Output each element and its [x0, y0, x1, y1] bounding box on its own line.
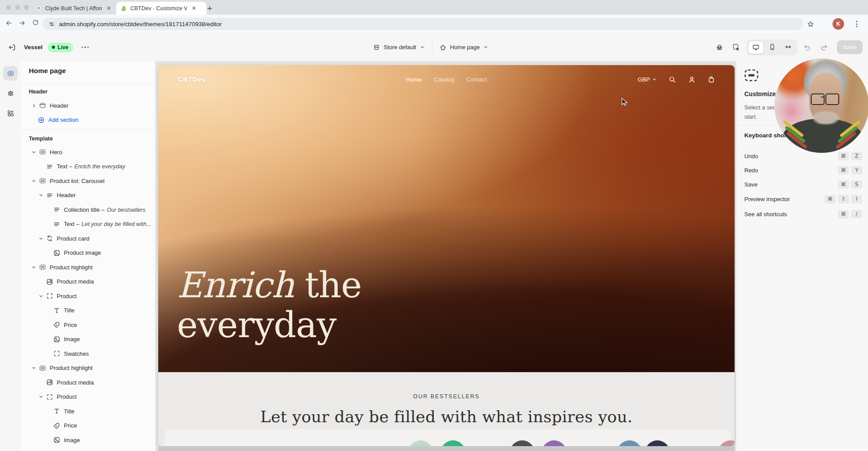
address-bar[interactable]: admin.shopify.com/store/cbtdev/themes/18…: [43, 18, 803, 30]
close-tab-icon[interactable]: ✕: [191, 4, 197, 12]
layer-row-product-highlight[interactable]: Product highlight: [21, 260, 155, 275]
storefront-logo[interactable]: CBTDev: [178, 75, 206, 83]
window-controls[interactable]: [6, 5, 29, 10]
layer-row-product-list[interactable]: Product list: Carousel: [21, 174, 155, 188]
chevron-down-icon: [652, 77, 657, 82]
price-tag-icon: [53, 321, 60, 328]
tab-favicon: [35, 5, 42, 12]
theme-more-menu[interactable]: [78, 41, 92, 54]
layer-row-product-media[interactable]: Product media: [21, 275, 155, 289]
layer-row-product-media[interactable]: Product media: [21, 375, 155, 390]
layer-row-swatches[interactable]: Swatches: [21, 346, 155, 361]
currency-selector[interactable]: GBP: [638, 76, 657, 83]
layer-row-title[interactable]: Title: [21, 404, 155, 419]
brackets-icon: [46, 393, 53, 400]
url-text: admin.shopify.com/store/cbtdev/themes/18…: [59, 21, 222, 27]
layer-row-header[interactable]: Header: [21, 98, 155, 113]
save-button[interactable]: Save: [837, 40, 863, 54]
zoom-window-icon[interactable]: [24, 5, 29, 10]
redo-button[interactable]: [817, 41, 831, 54]
desktop-preview-button[interactable]: [748, 41, 764, 54]
cart-bag-icon[interactable]: [708, 76, 715, 83]
layer-row-price[interactable]: Price: [21, 419, 155, 433]
chevron-right-icon[interactable]: [31, 103, 37, 108]
layer-row-text[interactable]: Text –Let your day be filled with...: [21, 217, 155, 232]
glasses-right-lens: [825, 93, 839, 105]
bookmark-star-icon[interactable]: [805, 19, 816, 29]
section-inspector-button[interactable]: [730, 41, 743, 54]
reload-button[interactable]: [32, 19, 41, 28]
layer-row-product-image[interactable]: Product image: [21, 246, 155, 260]
price-tag-icon: [53, 422, 60, 429]
minimize-window-icon[interactable]: [15, 5, 20, 10]
chevron-down-icon[interactable]: [31, 265, 37, 270]
live-dot: [52, 46, 55, 49]
chevron-down-icon[interactable]: [38, 294, 44, 299]
text-block-icon: [46, 192, 53, 199]
layer-row-header-block[interactable]: Header: [21, 188, 155, 203]
chevron-down-icon[interactable]: [31, 150, 37, 155]
theme-settings-button[interactable]: [3, 86, 18, 101]
shortcut-row-save: Save ⌘S: [736, 179, 868, 190]
new-tab-button[interactable]: [205, 4, 215, 13]
chevron-down-icon[interactable]: [38, 193, 44, 198]
app-window: Clyde Built Tech | Affordable ✕ CBTDev ·…: [0, 0, 868, 451]
preview-scroll-track[interactable]: [158, 446, 735, 451]
key-cap: I: [851, 195, 862, 203]
store-context-selector[interactable]: Store default: [373, 44, 425, 51]
preview-incognito-button[interactable]: [713, 41, 726, 54]
search-icon[interactable]: [669, 76, 676, 83]
browser-tab-active[interactable]: CBTDev · Customize Vessel ✕: [116, 2, 207, 15]
page-selector[interactable]: Home page: [439, 44, 488, 51]
layer-row-product[interactable]: Product: [21, 390, 155, 404]
plus-circle-icon: [38, 117, 45, 124]
layer-row-image[interactable]: Image: [21, 332, 155, 347]
template-layer-tree: Hero Text –Enrich the everyday Product l…: [21, 145, 155, 447]
layer-row-title[interactable]: Title: [21, 303, 155, 318]
layer-row-image[interactable]: Image: [21, 433, 155, 447]
shortcut-row-undo: Undo ⌘Z: [736, 150, 868, 162]
chevron-down-icon[interactable]: [31, 179, 37, 183]
undo-button[interactable]: [801, 41, 814, 54]
back-button[interactable]: [5, 19, 14, 28]
chevron-down-icon[interactable]: [31, 365, 37, 370]
key-cap: ⇧: [838, 195, 849, 203]
sidebar-page-title: Home page: [29, 67, 66, 75]
tab-title: Clyde Built Tech | Affordable: [45, 5, 102, 12]
fullscreen-preview-button[interactable]: [781, 41, 796, 53]
text-block-icon: [53, 206, 60, 213]
add-section-button[interactable]: Add section: [21, 113, 155, 128]
close-tab-icon[interactable]: ✕: [106, 4, 112, 12]
divider: [432, 42, 432, 53]
mobile-preview-button[interactable]: [765, 41, 780, 53]
layer-row-product-card[interactable]: Product card: [21, 231, 155, 246]
site-settings-icon[interactable]: [48, 21, 55, 27]
layer-row-collection-title[interactable]: Collection title –Our bestsellers: [21, 202, 155, 217]
layer-row-product[interactable]: Product: [21, 289, 155, 303]
cycle-icon: [46, 235, 53, 242]
layer-row-hero[interactable]: Hero: [21, 145, 155, 159]
close-window-icon[interactable]: [6, 5, 11, 10]
nav-link-catalog[interactable]: Catalog: [434, 76, 454, 83]
browser-tab-inactive[interactable]: Clyde Built Tech | Affordable ✕: [31, 2, 121, 15]
nav-link-home[interactable]: Home: [406, 76, 422, 83]
image-icon: [53, 436, 60, 443]
app-embeds-button[interactable]: [3, 106, 18, 121]
text-block-icon: [46, 163, 53, 170]
browser-profile-avatar[interactable]: K: [833, 18, 844, 30]
layer-row-text[interactable]: Text –Enrich the everyday: [21, 159, 155, 174]
chevron-down-icon[interactable]: [38, 236, 44, 241]
key-cap: S: [851, 180, 862, 189]
key-cap: ⌘: [838, 166, 849, 175]
account-icon[interactable]: [688, 76, 696, 83]
nav-link-contact[interactable]: Contact: [466, 76, 487, 83]
section-icon: [39, 177, 46, 184]
layer-row-price[interactable]: Price: [21, 318, 155, 332]
forward-button[interactable]: [19, 19, 27, 28]
sections-panel-button[interactable]: [3, 66, 18, 81]
chevron-down-icon[interactable]: [38, 394, 44, 399]
browser-menu-icon[interactable]: [851, 19, 862, 29]
exit-editor-button[interactable]: [5, 41, 19, 54]
brackets-icon: [53, 350, 60, 357]
layer-row-product-highlight[interactable]: Product highlight: [21, 361, 155, 376]
